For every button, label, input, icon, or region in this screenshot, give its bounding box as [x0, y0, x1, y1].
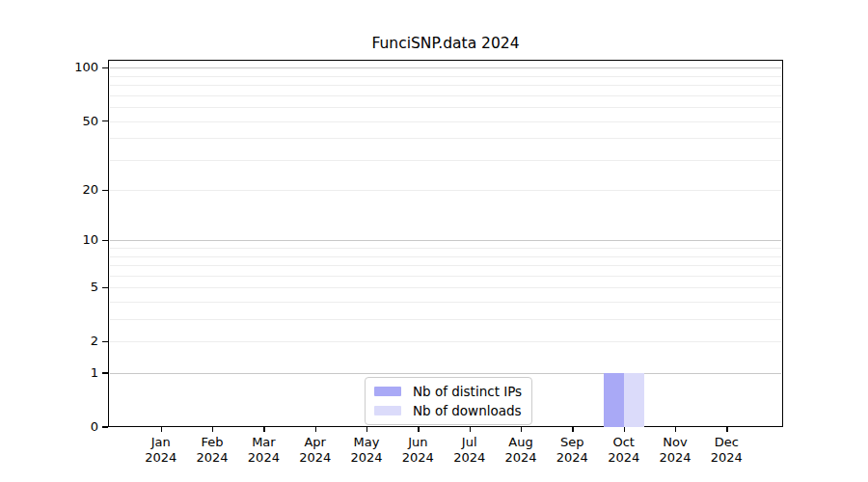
major-gridline	[110, 67, 781, 68]
minor-gridline	[110, 121, 781, 122]
download-stats-chart: FunciSNP.data 2024 0125102050100Jan2024F…	[0, 0, 868, 482]
y-tick	[102, 287, 108, 288]
minor-gridline	[110, 287, 781, 288]
minor-gridline	[110, 95, 781, 96]
legend-swatch	[374, 406, 401, 415]
y-tick-label: 100	[56, 59, 98, 76]
legend-row: Nb of downloads	[374, 402, 522, 418]
legend-label: Nb of distinct IPs	[413, 384, 522, 399]
y-tick	[102, 190, 108, 191]
minor-gridline	[110, 265, 781, 266]
x-tick	[212, 427, 213, 432]
minor-gridline	[110, 190, 781, 191]
y-tick-label: 2	[56, 333, 98, 350]
y-tick	[102, 67, 108, 68]
x-tick	[521, 427, 522, 432]
y-tick-label: 20	[56, 181, 98, 199]
minor-gridline	[110, 319, 781, 320]
bar-nb-of-downloads-oct	[624, 373, 644, 427]
legend-label: Nb of downloads	[413, 403, 522, 418]
x-tick-year: 2024	[695, 450, 757, 466]
minor-gridline	[110, 302, 781, 303]
minor-gridline	[110, 341, 781, 342]
x-tick	[161, 427, 162, 432]
y-tick-label: 0	[56, 418, 98, 436]
x-tick-label: Dec2024	[695, 435, 757, 466]
minor-gridline	[110, 276, 781, 277]
legend: Nb of distinct IPsNb of downloads	[365, 377, 532, 425]
x-tick	[263, 427, 264, 432]
minor-gridline	[110, 107, 781, 108]
legend-row: Nb of distinct IPs	[374, 383, 522, 399]
minor-gridline	[110, 248, 781, 249]
plot-area	[108, 60, 783, 427]
y-tick-label: 1	[56, 364, 98, 382]
bar-nb-of-distinct-ips-oct	[604, 373, 624, 427]
major-gridline	[110, 373, 781, 374]
y-tick	[102, 372, 108, 373]
y-tick	[102, 120, 108, 121]
minor-gridline	[110, 256, 781, 257]
y-tick	[102, 341, 108, 342]
x-tick	[675, 427, 676, 432]
x-tick	[418, 427, 419, 432]
y-tick-label: 50	[56, 113, 98, 130]
major-gridline	[110, 240, 781, 241]
x-tick	[572, 427, 573, 432]
x-tick-month: Dec	[695, 435, 757, 450]
minor-gridline	[110, 160, 781, 161]
minor-gridline	[110, 138, 781, 139]
x-tick	[470, 427, 471, 432]
y-tick-label: 5	[56, 279, 98, 296]
y-tick-label: 10	[56, 231, 98, 249]
x-tick	[315, 427, 316, 432]
y-tick	[102, 240, 108, 241]
y-tick	[102, 426, 108, 427]
minor-gridline	[110, 76, 781, 77]
chart-title: FunciSNP.data 2024	[108, 35, 783, 52]
legend-swatch	[374, 387, 401, 396]
x-tick	[726, 427, 727, 432]
x-tick	[366, 427, 367, 432]
minor-gridline	[110, 85, 781, 86]
x-tick	[624, 427, 625, 432]
